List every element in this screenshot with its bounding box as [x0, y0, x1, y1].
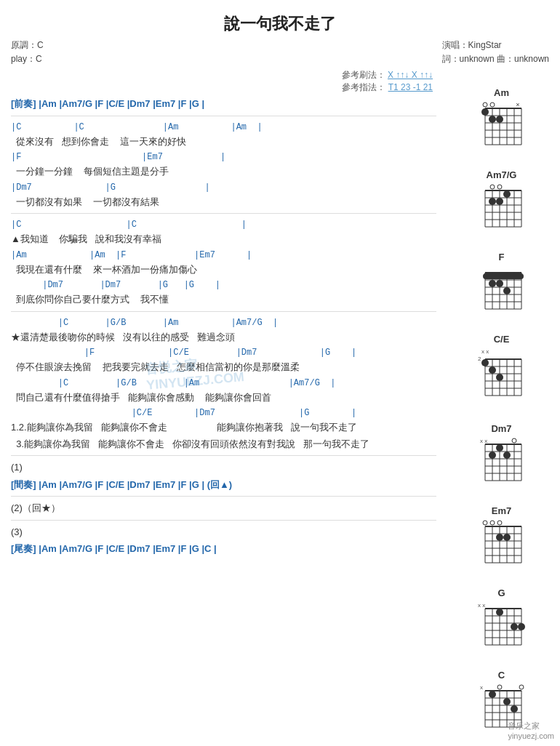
lyric-line: 問自己還有什麼值得搶手 能夠讓你會感動 能夠讓你會回首: [11, 390, 436, 405]
chord-ce: C/E x x 2: [449, 334, 554, 410]
svg-point-32: [489, 198, 496, 205]
svg-point-131: [497, 685, 502, 689]
meta-left: 原調：C play：C: [11, 39, 44, 66]
svg-point-116: [511, 623, 518, 630]
chord-line: |Am |Am |F |Em7 |: [11, 249, 436, 262]
svg-point-15: [489, 116, 496, 123]
svg-point-12: [483, 103, 487, 107]
svg-point-33: [496, 198, 503, 205]
svg-point-82: [496, 444, 503, 452]
chord-line: |F |Em7 |: [11, 151, 436, 164]
chord-g-grid: x x: [474, 600, 529, 654]
chord-am7g-grid: [474, 182, 529, 236]
svg-point-132: [519, 685, 524, 689]
svg-point-97: [483, 521, 487, 525]
chord-sidebar: Am ×: [449, 87, 554, 746]
lyric-line: (3): [11, 525, 436, 540]
chord-am7g: Am7/G: [449, 169, 554, 238]
svg-point-133: [489, 691, 496, 698]
svg-point-34: [503, 190, 511, 198]
svg-point-17: [481, 108, 489, 116]
lyric-line: ★還清楚最後吻你的時候 沒有以往的感受 難過念頭: [11, 330, 436, 345]
site-logo: 音乐之家yinyuezj.com: [508, 721, 554, 740]
chord-dm7-grid: x x: [474, 436, 529, 490]
svg-point-101: [503, 534, 511, 541]
chord-am-grid: ×: [474, 100, 529, 154]
svg-rect-47: [483, 273, 524, 279]
svg-point-83: [489, 452, 496, 459]
chord-g: G x x: [449, 587, 554, 657]
svg-point-66: [496, 374, 503, 381]
strum-ref: 參考刷法： X ↑↑↓ X ↑↑↓: [11, 69, 433, 81]
lyric-line: 到底你問你自己要什麼方式 我不懂: [11, 292, 436, 307]
lyric-line: (1): [11, 460, 436, 475]
svg-point-64: [481, 359, 489, 366]
page-title: 說一句我不走了: [11, 7, 549, 39]
section-header: [尾奏] |Am |Am7/G |F |C/E |Dm7 |Em7 |F |G …: [11, 542, 436, 556]
svg-text:x x: x x: [478, 602, 485, 609]
finger-ref: 參考指法： T1 23 -1 21: [11, 81, 433, 94]
chord-em7: Em7: [449, 505, 554, 574]
performer: 演唱：KingStar: [442, 39, 549, 52]
chord-line: |Dm7 |Dm7 |G |G |: [11, 278, 436, 292]
chord-line: |C |C |Am |Am |: [11, 121, 436, 134]
svg-point-135: [511, 705, 518, 713]
play-key: play：C: [11, 52, 44, 66]
svg-point-80: [512, 438, 516, 443]
finger-pattern[interactable]: T1 23 -1 21: [388, 82, 433, 92]
section-divider: [11, 311, 436, 312]
lyric-line: 從來沒有 想到你會走 這一天來的好快: [11, 135, 436, 149]
section-divider: [11, 455, 436, 456]
svg-point-48: [489, 280, 496, 287]
lyric-line: 我現在還有什麼 來一杯酒加一份痛加傷心: [11, 262, 436, 277]
lyric-line: 停不住眼淚去挽留 把我要完就去走 怎麼相信當初的你是那麼溫柔: [11, 360, 436, 374]
chord-em7-grid: [474, 518, 529, 572]
chord-line: |F |C/E |Dm7 |G |: [11, 346, 436, 359]
svg-text:x: x: [480, 684, 483, 691]
lyric-line: 一切都沒有如果 一切都沒有結果: [11, 195, 436, 209]
section-divider: [11, 116, 436, 116]
chord-line: |C/E |Dm7 |G |: [11, 406, 436, 420]
svg-point-31: [497, 185, 502, 189]
chord-dm7: Dm7 x x: [449, 423, 554, 492]
svg-point-30: [490, 185, 495, 189]
chord-line: |Dm7 |G |: [11, 181, 436, 194]
meta-right: 演唱：KingStar 詞：unknown 曲：unknown: [442, 39, 549, 66]
original-key: 原調：C: [11, 39, 44, 52]
svg-point-84: [503, 452, 511, 459]
lyric-line: 一分鐘一分鐘 每個短信主題是分手: [11, 164, 436, 179]
section-header: [前奏] |Am |Am7/G |F |C/E |Dm7 |Em7 |F |G …: [11, 97, 436, 111]
svg-point-117: [518, 623, 525, 630]
lyric-line: 3.能夠讓你為我留 能夠讓你不會走 你卻沒有回頭依然沒有對我說 那一句我不走了: [11, 437, 436, 452]
main-content: [前奏] |Am |Am7/G |F |C/E |Dm7 |Em7 |F |G …: [11, 97, 436, 556]
svg-text:×: ×: [516, 101, 519, 108]
chord-ce-grid: x x 2: [474, 346, 529, 408]
svg-point-115: [496, 609, 503, 616]
reference-section: 參考刷法： X ↑↑↓ X ↑↑↓ 參考指法： T1 23 -1 21: [11, 69, 433, 94]
svg-point-99: [497, 521, 502, 525]
svg-text:x x: x x: [480, 438, 487, 444]
section-divider: [11, 213, 436, 214]
chord-f: F: [449, 252, 554, 321]
chord-am: Am ×: [449, 87, 554, 156]
svg-point-98: [490, 521, 495, 525]
lyric-line: ▲我知道 你騙我 說和我沒有幸福: [11, 232, 436, 246]
svg-point-13: [490, 103, 495, 107]
strum-pattern[interactable]: X ↑↑↓ X ↑↑↓: [388, 70, 433, 80]
chord-line: |C |G/B |Am |Am7/G |: [11, 377, 436, 390]
section-divider: [11, 496, 436, 497]
section-divider: [11, 520, 436, 521]
chord-line: |C |G/B |Am |Am7/G |: [11, 316, 436, 329]
lyricist: 詞：unknown 曲：unknown: [442, 52, 549, 66]
svg-text:2: 2: [478, 356, 481, 362]
chord-f-grid: [474, 264, 529, 318]
lyric-line: (2)（回★）: [11, 501, 436, 516]
lyric-line: 1.2.能夠讓你為我留 能夠讓你不會走 能夠讓你抱著我 說一句我不走了: [11, 420, 436, 435]
svg-point-50: [503, 287, 511, 294]
svg-point-100: [496, 534, 503, 541]
svg-point-65: [489, 366, 496, 374]
section-header: [間奏] |Am |Am7/G |F |C/E |Dm7 |Em7 |F |G …: [11, 478, 436, 492]
chord-line: |C |C |: [11, 218, 436, 231]
svg-text:x x: x x: [481, 348, 489, 355]
svg-point-49: [496, 280, 503, 287]
